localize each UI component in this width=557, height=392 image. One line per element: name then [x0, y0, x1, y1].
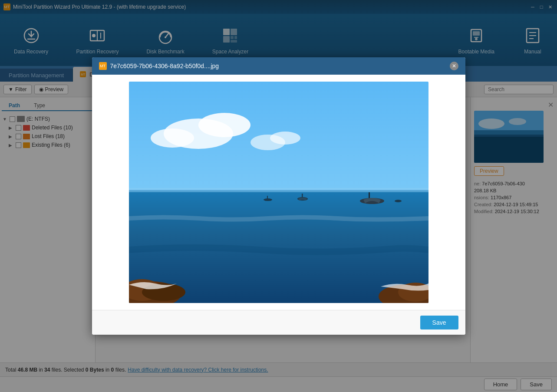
modal-dialog: MT 7e7c6059-7b06-4306-8a92-b50f0d....jpg… — [92, 57, 465, 335]
svg-point-30 — [198, 113, 250, 137]
modal-icon: MT — [99, 62, 107, 70]
svg-rect-48 — [129, 188, 428, 192]
modal-close-button[interactable]: ✕ — [450, 62, 458, 70]
modal-title: 7e7c6059-7b06-4306-8a92-b50f0d....jpg — [110, 63, 446, 69]
modal-overlay: MT 7e7c6059-7b06-4306-8a92-b50f0d....jpg… — [0, 0, 557, 392]
svg-point-47 — [395, 200, 402, 202]
modal-footer: Save — [92, 310, 465, 335]
svg-point-33 — [270, 132, 300, 145]
modal-header: MT 7e7c6059-7b06-4306-8a92-b50f0d....jpg… — [92, 57, 465, 75]
modal-save-button[interactable]: Save — [420, 316, 458, 329]
modal-image-area — [92, 75, 465, 310]
modal-image — [129, 82, 428, 303]
svg-point-31 — [151, 128, 194, 148]
